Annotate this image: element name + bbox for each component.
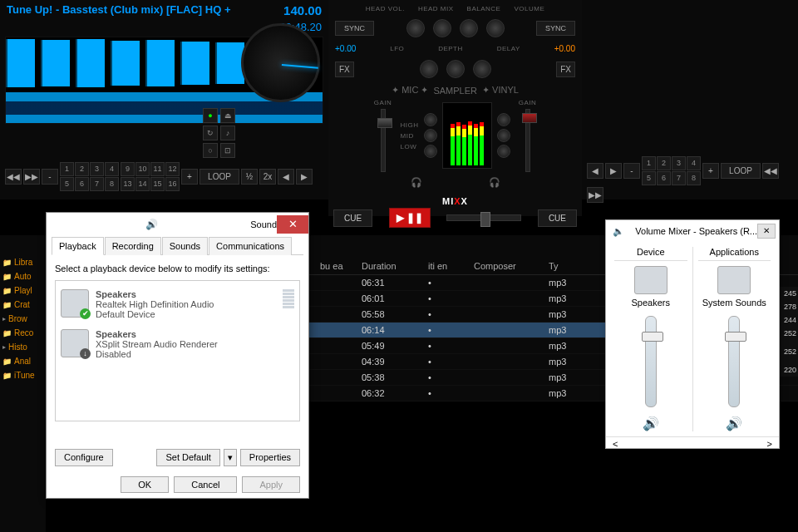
headphone-left-icon[interactable]: 🎧 xyxy=(411,177,422,188)
scroll-left-icon[interactable]: < xyxy=(613,439,618,449)
tab-communications[interactable]: Communications xyxy=(209,237,292,255)
sidebar-item[interactable]: Brow xyxy=(2,312,44,326)
channel-fader-left[interactable] xyxy=(381,109,386,172)
nudge-plus-button[interactable]: + xyxy=(702,163,719,179)
device-item[interactable]: SpeakersXSplit Stream Audio RendererDisa… xyxy=(59,324,296,364)
jog-wheel[interactable] xyxy=(241,23,320,102)
sidebar-item[interactable]: Playl xyxy=(2,283,44,298)
knob[interactable] xyxy=(473,60,491,78)
ok-button[interactable]: OK xyxy=(121,476,169,493)
eq-knob[interactable] xyxy=(497,129,510,142)
knob[interactable] xyxy=(406,19,425,37)
hotcue[interactable]: 14 xyxy=(135,177,150,191)
close-button[interactable]: ✕ xyxy=(277,215,308,234)
crossfader[interactable] xyxy=(446,214,521,221)
seek-end-button[interactable]: ▶▶ xyxy=(587,187,603,203)
sidebar-item[interactable]: Crat xyxy=(2,298,44,312)
fwd-button[interactable]: ▶ xyxy=(296,169,313,185)
apply-button[interactable]: Apply xyxy=(242,476,300,493)
hotcue[interactable]: 13 xyxy=(121,177,135,191)
eq-knob[interactable] xyxy=(424,129,437,142)
eq-knob[interactable] xyxy=(424,145,437,158)
scroll-right-icon[interactable]: > xyxy=(767,439,772,449)
hotcue[interactable]: 6 xyxy=(657,171,671,185)
hotcue[interactable]: 9 xyxy=(121,162,135,176)
hotcue[interactable]: 6 xyxy=(75,177,89,191)
cue-right-button[interactable]: CUE xyxy=(538,209,577,227)
hotcue[interactable]: 7 xyxy=(90,177,104,191)
seek-end-button[interactable]: ▶▶ xyxy=(23,169,40,185)
hotcue[interactable]: 16 xyxy=(165,177,180,191)
sidebar-item[interactable]: Anal xyxy=(2,354,44,368)
properties-button[interactable]: Properties xyxy=(240,449,300,466)
fwd-button[interactable]: ▶ xyxy=(605,163,622,179)
sidebar-item[interactable]: iTune xyxy=(2,368,44,382)
hotcue[interactable]: 5 xyxy=(60,177,74,191)
sync-right-button[interactable]: SYNC xyxy=(536,21,575,36)
fx-right-button[interactable]: FX xyxy=(556,62,575,77)
nudge-minus-button[interactable]: - xyxy=(42,169,58,185)
fx-left-button[interactable]: FX xyxy=(335,62,354,77)
volume-slider[interactable] xyxy=(728,316,740,407)
hotcue[interactable]: 7 xyxy=(672,171,686,185)
rev-button[interactable]: ◀ xyxy=(587,163,603,179)
system-sounds-icon[interactable] xyxy=(717,266,751,294)
hotcue[interactable]: 15 xyxy=(150,177,165,191)
eject-icon[interactable]: ⏏ xyxy=(220,108,235,123)
hotcue[interactable]: 5 xyxy=(642,171,656,185)
sidebar-item[interactable]: Histo xyxy=(2,340,44,354)
channel-fader-right[interactable] xyxy=(525,109,530,172)
tab-sounds[interactable]: Sounds xyxy=(162,237,208,255)
device-list[interactable]: SpeakersRealtek High Definition AudioDef… xyxy=(55,280,300,421)
eq-knob[interactable] xyxy=(424,113,437,126)
hotcue[interactable]: 2 xyxy=(75,162,89,176)
loop-double-button[interactable]: 2x xyxy=(259,169,276,185)
knob[interactable] xyxy=(486,19,505,37)
hotcue[interactable]: 4 xyxy=(687,156,701,170)
hotcue[interactable]: 1 xyxy=(60,162,74,176)
seek-start-button[interactable]: ◀◀ xyxy=(5,169,22,185)
eq-knob[interactable] xyxy=(497,145,510,158)
mute-icon[interactable]: 🔊 xyxy=(614,416,687,431)
mute-icon[interactable]: 🔊 xyxy=(698,416,771,431)
tab-playback[interactable]: Playback xyxy=(52,237,104,255)
hotcue[interactable]: 3 xyxy=(90,162,104,176)
hotcue[interactable]: 8 xyxy=(105,177,119,191)
hotcue[interactable]: 11 xyxy=(150,162,165,176)
nudge-minus-button[interactable]: - xyxy=(623,163,640,179)
knob[interactable] xyxy=(460,19,478,37)
sync-left-button[interactable]: SYNC xyxy=(335,21,374,36)
play-pause-button[interactable]: ▶ ❚❚ xyxy=(389,208,431,228)
set-default-button[interactable]: Set Default xyxy=(156,449,219,466)
knob[interactable] xyxy=(446,60,465,78)
sidebar-item[interactable]: Auto xyxy=(2,269,44,283)
hotcue[interactable]: 1 xyxy=(642,156,656,170)
eq-knob[interactable] xyxy=(497,113,510,126)
sidebar-item[interactable]: Libra xyxy=(2,255,44,269)
nudge-plus-button[interactable]: + xyxy=(181,169,198,185)
close-button[interactable]: ✕ xyxy=(757,224,776,239)
speaker-icon[interactable] xyxy=(634,266,667,294)
loop-half-button[interactable]: ½ xyxy=(241,169,258,185)
knob[interactable] xyxy=(420,60,438,78)
set-default-dropdown[interactable]: ▾ xyxy=(224,449,237,466)
seek-start-button[interactable]: ◀◀ xyxy=(762,163,779,179)
hotcue[interactable]: 10 xyxy=(135,162,150,176)
cue-left-button[interactable]: CUE xyxy=(333,209,372,227)
key-icon[interactable]: ♪ xyxy=(220,126,235,140)
sidebar-item[interactable]: Reco xyxy=(2,326,44,340)
knob[interactable] xyxy=(433,19,451,37)
rev-button[interactable]: ◀ xyxy=(278,169,294,185)
tab-recording[interactable]: Recording xyxy=(105,237,161,255)
loop-button[interactable]: LOOP xyxy=(721,163,761,179)
repeat-icon[interactable]: ↻ xyxy=(203,126,218,140)
hotcue[interactable]: 4 xyxy=(105,162,119,176)
hotcue[interactable]: 3 xyxy=(672,156,686,170)
indicator-icon[interactable]: ● xyxy=(203,108,218,123)
loop-button[interactable]: LOOP xyxy=(200,169,239,185)
configure-button[interactable]: Configure xyxy=(55,449,113,466)
hotcue[interactable]: 8 xyxy=(687,171,701,185)
hotcue[interactable]: 2 xyxy=(657,156,671,170)
device-item[interactable]: SpeakersRealtek High Definition AudioDef… xyxy=(59,284,296,324)
cancel-button[interactable]: Cancel xyxy=(174,476,237,493)
